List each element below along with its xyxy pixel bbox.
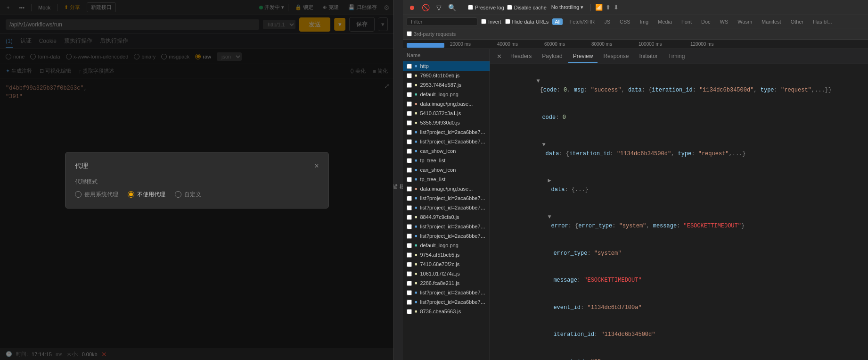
preserve-log-checkbox[interactable]: Preserve log: [468, 5, 504, 10]
filter-manifest-button[interactable]: Manifest: [759, 18, 784, 25]
item-checkbox-0[interactable]: [407, 64, 412, 69]
item-checkbox-11[interactable]: [407, 167, 412, 173]
expand-icon-data-inner[interactable]: ▶: [548, 177, 551, 184]
item-checkbox-1[interactable]: [407, 73, 412, 78]
stop-button[interactable]: 🚫: [420, 3, 432, 12]
item-checkbox-3[interactable]: [407, 92, 412, 97]
filter-other-button[interactable]: Other: [788, 18, 807, 25]
network-item-24[interactable]: ■ list?project_id=2aca6bbe7064...: [403, 288, 490, 297]
tab-initiator[interactable]: Initiator: [634, 50, 662, 63]
search-icon[interactable]: 🔍: [446, 3, 458, 12]
network-item-4[interactable]: ■ data:image/png;base...: [403, 99, 490, 109]
network-item-7[interactable]: ■ list?project_id=2aca6bbe7064...: [403, 127, 490, 137]
item-checkbox-6[interactable]: [407, 120, 412, 126]
tab-timing[interactable]: Timing: [663, 50, 690, 63]
radio-system-proxy[interactable]: 使用系统代理: [75, 191, 118, 199]
filter-js-button[interactable]: JS: [601, 18, 613, 25]
download-icon[interactable]: ⬇: [614, 4, 619, 11]
invert-checkbox[interactable]: Invert: [481, 19, 501, 25]
network-item-25[interactable]: ■ list?project_id=2aca6bbe7064...: [403, 297, 490, 307]
network-item-13[interactable]: ■ data:image/png;base...: [403, 184, 490, 193]
invert-input[interactable]: [481, 19, 486, 24]
disable-cache-checkbox[interactable]: Disable cache: [507, 5, 547, 10]
item-checkbox-12[interactable]: [407, 177, 412, 182]
network-item-22[interactable]: ■ 1061.017f274a.js: [403, 269, 490, 278]
upload-icon[interactable]: ⬆: [606, 4, 611, 11]
network-item-9[interactable]: ■ can_show_icon: [403, 146, 490, 156]
network-item-23[interactable]: ■ 2286.fca8e211.js: [403, 278, 490, 288]
item-checkbox-10[interactable]: [407, 158, 412, 163]
item-checkbox-25[interactable]: [407, 300, 412, 305]
network-item-2[interactable]: ■ 2953.7484e587.js: [403, 80, 490, 90]
record-button[interactable]: ⏺: [407, 3, 417, 12]
network-item-16[interactable]: ■ 8844.97c9cfa0.js: [403, 212, 490, 222]
filter-img-button[interactable]: Img: [637, 18, 651, 25]
item-checkbox-22[interactable]: [407, 271, 412, 276]
network-item-3[interactable]: ■ default_logo.png: [403, 90, 490, 99]
filter-css-button[interactable]: CSS: [617, 18, 633, 25]
expand-icon-error[interactable]: ▼: [548, 214, 551, 220]
tab-response[interactable]: Response: [598, 50, 633, 63]
item-checkbox-15[interactable]: [407, 205, 412, 210]
network-item-6[interactable]: ■ 5356.99f930d0.js: [403, 118, 490, 127]
filter-all-button[interactable]: All: [552, 18, 563, 25]
filter-font-button[interactable]: Font: [679, 18, 695, 25]
network-item-1[interactable]: ■ 7990.6fc1b0eb.js: [403, 71, 490, 80]
item-checkbox-24[interactable]: [407, 290, 412, 295]
item-checkbox-4[interactable]: [407, 101, 412, 107]
network-item-5[interactable]: ■ 5410.8372c3a1.js: [403, 109, 490, 118]
network-item-11[interactable]: ■ can_show_icon: [403, 165, 490, 175]
item-checkbox-9[interactable]: [407, 149, 412, 154]
preserve-log-input[interactable]: [468, 5, 473, 10]
hide-data-urls-checkbox[interactable]: Hide data URLs: [505, 19, 549, 25]
network-item-21[interactable]: ■ 7410.68e70f2c.js: [403, 260, 490, 269]
filter-ws-button[interactable]: WS: [717, 18, 731, 25]
network-item-14[interactable]: ■ list?project_id=2aca6bbe7064...: [403, 193, 490, 203]
filter-doc-button[interactable]: Doc: [698, 18, 713, 25]
filter-has-blocked-button[interactable]: Has bl...: [810, 18, 835, 25]
item-checkbox-7[interactable]: [407, 130, 412, 135]
item-checkbox-23[interactable]: [407, 281, 412, 286]
item-checkbox-16[interactable]: [407, 215, 412, 220]
item-checkbox-2[interactable]: [407, 83, 412, 88]
item-checkbox-5[interactable]: [407, 111, 412, 116]
item-checkbox-26[interactable]: [407, 309, 412, 314]
item-checkbox-17[interactable]: [407, 224, 412, 229]
radio-no-proxy[interactable]: 不使用代理: [128, 191, 165, 199]
filter-icon[interactable]: ▽: [434, 3, 443, 12]
item-checkbox-20[interactable]: [407, 252, 412, 258]
tab-payload[interactable]: Payload: [537, 50, 567, 63]
item-checkbox-18[interactable]: [407, 234, 412, 239]
network-item-0[interactable]: ■ http: [403, 61, 490, 71]
network-item-26[interactable]: ■ 8736.cbea5663.js: [403, 307, 490, 316]
network-item-15[interactable]: ■ list?project_id=2aca6bbe7064...: [403, 203, 490, 212]
network-filter-input[interactable]: [407, 17, 477, 26]
network-item-8[interactable]: ■ list?project_id=2aca6bbe7064...: [403, 137, 490, 146]
network-item-12[interactable]: ■ tp_tree_list: [403, 175, 490, 184]
third-party-checkbox[interactable]: 3rd-party requests: [407, 31, 456, 37]
network-item-18[interactable]: ■ list?project_id=2aca6bbe7064...: [403, 231, 490, 241]
item-checkbox-14[interactable]: [407, 196, 412, 201]
filter-wasm-button[interactable]: Wasm: [735, 18, 755, 25]
disable-cache-input[interactable]: [507, 5, 512, 10]
filter-fetch-xhr-button[interactable]: Fetch/XHR: [566, 18, 598, 25]
network-item-10[interactable]: ■ tp_tree_list: [403, 156, 490, 165]
no-throttling-button[interactable]: No throttling ▾: [549, 3, 585, 11]
network-item-17[interactable]: ■ list?project_id=2aca6bbe7064...: [403, 222, 490, 231]
item-checkbox-19[interactable]: [407, 243, 412, 248]
item-checkbox-21[interactable]: [407, 262, 412, 267]
network-item-20[interactable]: ■ 9754.af51bcb5.js: [403, 250, 490, 260]
detail-close-button[interactable]: ✕: [494, 51, 505, 62]
modal-close-button[interactable]: ×: [314, 162, 319, 170]
tab-headers[interactable]: Headers: [506, 50, 536, 63]
network-item-19[interactable]: ■ default_logo.png: [403, 241, 490, 250]
third-party-input[interactable]: [407, 31, 412, 36]
item-checkbox-13[interactable]: [407, 186, 412, 192]
expand-icon-data[interactable]: ▼: [542, 142, 545, 148]
hide-data-urls-input[interactable]: [505, 19, 510, 24]
item-checkbox-8[interactable]: [407, 139, 412, 144]
radio-custom-proxy[interactable]: 自定义: [175, 191, 201, 199]
tab-preview[interactable]: Preview: [568, 50, 598, 63]
filter-media-button[interactable]: Media: [655, 18, 675, 25]
expand-icon-1[interactable]: ▼: [536, 78, 540, 84]
